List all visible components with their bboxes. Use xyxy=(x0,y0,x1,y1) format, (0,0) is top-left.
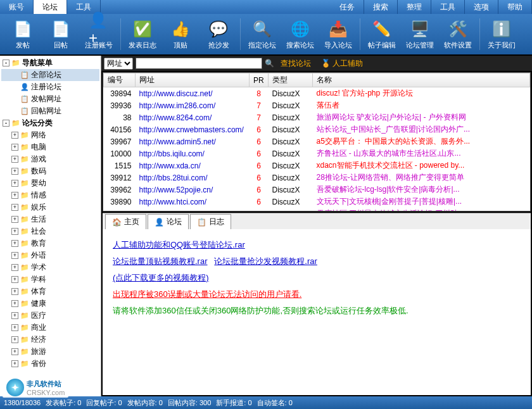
menu-item[interactable]: 任务 xyxy=(331,0,364,14)
menu-item[interactable]: 帮助 xyxy=(498,0,532,14)
tree-node[interactable]: 📋发帖网址 xyxy=(1,93,99,105)
table-row[interactable]: 39936http://www.im286.com/7DiscuzX落伍者 xyxy=(104,99,530,111)
find-forum-button[interactable]: 查找论坛 xyxy=(277,58,315,70)
tree-node[interactable]: +📁游戏 xyxy=(1,153,99,165)
tree-toggle-icon[interactable]: + xyxy=(11,144,18,151)
menu-item[interactable]: 搜索 xyxy=(364,0,398,14)
tree-toggle-icon[interactable]: + xyxy=(11,180,18,187)
tree-node[interactable]: +📁旅游 xyxy=(1,346,99,358)
table-row[interactable]: 39962http://www.52pojie.cn/6DiscuzX吾爱破解论… xyxy=(104,184,530,196)
tree-node[interactable]: 📋回帖网址 xyxy=(1,105,99,117)
tree-node[interactable]: -📁论坛分类 xyxy=(1,117,99,129)
tree-node[interactable]: +📁婴幼 xyxy=(1,177,99,189)
ribbon-button[interactable]: 🌐搜索论坛 xyxy=(282,19,318,50)
tree-toggle-icon[interactable]: + xyxy=(11,276,18,283)
tree-node[interactable]: +📁学术 xyxy=(1,261,99,274)
tree-node[interactable]: +📁生活 xyxy=(1,213,99,225)
ribbon-button[interactable]: 🖥️论坛管理 xyxy=(402,19,438,50)
table-row[interactable]: 3799http://www.scol.cn/6DiscuzX天府社区-四川最大… xyxy=(104,208,530,211)
tree-toggle-icon[interactable]: - xyxy=(3,120,10,127)
search-field-select[interactable]: 网址 xyxy=(104,58,133,70)
column-header[interactable]: 编号 xyxy=(104,73,136,87)
ribbon-button[interactable]: 🔍指定论坛 xyxy=(244,19,280,50)
tree-node[interactable]: -📁导航菜单 xyxy=(1,57,99,69)
ribbon-button[interactable]: 💬抢沙发 xyxy=(201,19,236,50)
table-row[interactable]: 10000http://bbs.iqilu.com/6DiscuzX齐鲁社区 -… xyxy=(104,148,530,160)
tree-toggle-icon[interactable]: + xyxy=(11,348,18,355)
folder-icon: 📁 xyxy=(20,167,29,176)
table-row[interactable]: 38http://www.8264.com/7DiscuzX旅游网论坛 驴友论坛… xyxy=(104,111,530,123)
tree-toggle-icon[interactable]: + xyxy=(11,216,18,223)
download-link[interactable]: 论坛批量抢沙发视频教程.rar xyxy=(214,256,317,266)
tree-toggle-icon[interactable]: + xyxy=(11,336,18,343)
tree-node[interactable]: 👤注册论坛 xyxy=(1,81,99,93)
tree-node[interactable]: +📁电脑 xyxy=(1,141,99,153)
tree-toggle-icon[interactable]: + xyxy=(11,252,18,259)
table-row[interactable]: 39894http://www.discuz.net/8DiscuzXdiscu… xyxy=(104,87,530,100)
tree-node[interactable]: +📁社会 xyxy=(1,225,99,237)
tree-toggle-icon[interactable]: - xyxy=(3,60,10,66)
download-link[interactable]: 论坛批量顶贴视频教程.rar xyxy=(113,256,208,266)
tab[interactable]: 📋日志 xyxy=(190,214,231,229)
column-header[interactable]: PR xyxy=(250,73,269,87)
menu-item[interactable]: 工具 xyxy=(431,0,465,14)
manual-assist-button[interactable]: 🏅人工辅助 xyxy=(317,58,367,70)
tree-toggle-icon[interactable]: + xyxy=(11,360,18,367)
ribbon-button[interactable]: 🛠️软件设置 xyxy=(440,19,476,50)
tab[interactable]: 👤论坛 xyxy=(148,214,189,229)
tree-node[interactable]: 📋全部论坛 xyxy=(1,69,99,81)
tree-node[interactable]: +📁健康 xyxy=(1,298,99,310)
table-row[interactable]: 39890http://www.htci.com/6DiscuzX文玩天下|文玩… xyxy=(104,196,530,208)
menu-item[interactable]: 论坛 xyxy=(34,0,67,14)
ribbon-button[interactable]: ✏️帖子编辑 xyxy=(364,19,400,50)
tree-toggle-icon[interactable]: + xyxy=(11,132,18,139)
table-row[interactable]: 39912http://bbs.28tui.com/6DiscuzX28推论坛-… xyxy=(104,172,530,184)
ribbon-button[interactable]: 📄回帖 xyxy=(43,19,79,50)
ribbon-button[interactable]: 📄发帖 xyxy=(5,19,41,50)
ribbon-button[interactable]: 👤+注册账号 xyxy=(81,19,117,50)
tree-node[interactable]: +📁网络 xyxy=(1,129,99,141)
folder-icon: 📋 xyxy=(20,95,29,104)
menu-item[interactable]: 账号 xyxy=(0,0,34,14)
tree-node[interactable]: +📁商业 xyxy=(1,322,99,334)
tree-toggle-icon[interactable]: + xyxy=(11,300,18,307)
ribbon-button[interactable]: ℹ️关于我们 xyxy=(484,19,519,50)
tree-toggle-icon[interactable]: + xyxy=(11,156,18,163)
tree-toggle-icon[interactable]: + xyxy=(11,288,18,295)
column-header[interactable]: 名称 xyxy=(313,73,530,87)
table-row[interactable]: 1515http://www.xda.cn/6DiscuzXxdacn智能手机技… xyxy=(104,160,530,172)
tree-toggle-icon[interactable]: + xyxy=(11,168,18,175)
download-link[interactable]: 人工辅助功能和QQ账号登陆论坛.rar xyxy=(113,240,245,249)
ribbon-button[interactable]: ✅发表日志 xyxy=(125,19,160,50)
tree-toggle-icon[interactable]: + xyxy=(11,192,18,199)
tree-node[interactable]: +📁经济 xyxy=(1,334,99,346)
tree-node[interactable]: +📁医疗 xyxy=(1,310,99,322)
tree-toggle-icon[interactable]: + xyxy=(11,312,18,319)
tree-node[interactable]: +📁娱乐 xyxy=(1,201,99,213)
tree-node[interactable]: +📁省份 xyxy=(1,358,99,370)
tree-toggle-icon[interactable]: + xyxy=(11,264,18,271)
tree-toggle-icon[interactable]: + xyxy=(11,204,18,211)
menu-item[interactable]: 选项 xyxy=(465,0,498,14)
tree-node[interactable]: +📁情感 xyxy=(1,189,99,201)
table-row[interactable]: 39967http://www.admin5.net/6DiscuzXa5交易平… xyxy=(104,135,530,148)
tree-toggle-icon[interactable]: + xyxy=(11,228,18,235)
more-videos-link[interactable]: (点此下载更多的视频教程) xyxy=(113,273,209,282)
column-header[interactable]: 类型 xyxy=(269,73,313,87)
tree-node[interactable]: +📁教育 xyxy=(1,237,99,249)
tree-node[interactable]: +📁外语 xyxy=(1,249,99,261)
search-input[interactable] xyxy=(136,58,262,69)
tree-toggle-icon[interactable]: + xyxy=(11,240,18,247)
tree-toggle-icon[interactable]: + xyxy=(11,324,18,331)
软件设置-icon: 🛠️ xyxy=(448,19,468,39)
menu-item[interactable]: 整理 xyxy=(398,0,431,14)
tab[interactable]: 🏠主页 xyxy=(105,214,146,229)
发帖-icon: 📄 xyxy=(13,19,33,39)
ribbon-button[interactable]: 📥导入论坛 xyxy=(320,19,356,50)
tree-node[interactable]: +📁学科 xyxy=(1,274,99,286)
tree-node[interactable]: +📁体育 xyxy=(1,286,99,298)
table-row[interactable]: 40156http://www.cnwebmasters.com/6Discuz… xyxy=(104,123,530,135)
ribbon-button[interactable]: 👍顶贴 xyxy=(163,19,198,50)
tree-node[interactable]: +📁数码 xyxy=(1,165,99,177)
column-header[interactable]: 网址 xyxy=(136,73,250,87)
